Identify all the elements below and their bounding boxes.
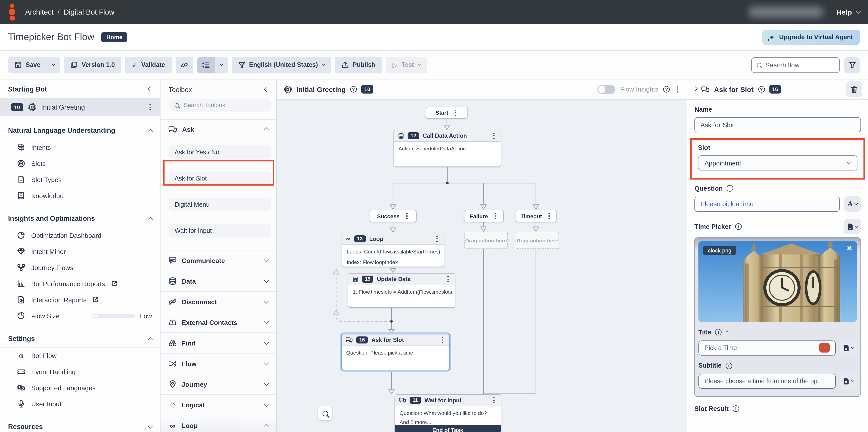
collapse-inspector-icon[interactable] — [693, 86, 698, 91]
communicate-icon — [168, 257, 177, 264]
save-button[interactable]: Save — [8, 57, 47, 73]
toolbox-category-flow[interactable]: Flow — [160, 353, 276, 374]
question-icon[interactable]: ? — [350, 86, 357, 93]
copy-link-button[interactable] — [176, 57, 193, 73]
sidebar-item-initial-greeting[interactable]: 10 Initial Greeting — [0, 98, 160, 116]
sidebar-item-supported-languages[interactable]: Supported Languages — [0, 380, 160, 396]
collapse-sidebar-icon[interactable] — [148, 86, 153, 91]
collapse-toolbox-icon[interactable] — [264, 87, 269, 92]
sidebar-item-bot-performance-reports[interactable]: Bot Performance Reports — [0, 275, 160, 292]
expression-mode-button[interactable] — [840, 340, 857, 356]
section-insights[interactable]: Insights and Optimizations — [0, 209, 160, 227]
sidebar-item-user-input[interactable]: User Input — [0, 396, 160, 412]
toolbox-category-journey[interactable]: Journey — [160, 374, 276, 394]
info-icon[interactable]: i — [733, 405, 739, 412]
help-menu[interactable]: Help — [837, 8, 860, 16]
node-menu-icon[interactable] — [453, 108, 458, 117]
flow-insights-toggle[interactable] — [597, 85, 615, 94]
node-menu-icon[interactable] — [434, 235, 440, 243]
section-resources[interactable]: Resources — [0, 417, 160, 432]
flow-canvas[interactable]: Start 12 Call Data Action Action: Schedu… — [277, 100, 687, 432]
sidebar-item-slots[interactable]: Slots — [0, 156, 160, 171]
version-button[interactable]: Version 1.0 — [64, 57, 121, 73]
close-icon[interactable]: × — [847, 243, 852, 254]
canvas-zoom-button[interactable] — [318, 406, 332, 421]
node-menu-icon[interactable] — [491, 396, 497, 405]
rich-text-indicator-icon[interactable]: ··· — [819, 343, 830, 353]
drop-target-timeout[interactable]: Drag action here — [516, 232, 559, 249]
toolbox-action-ask-for-yes-no[interactable]: Ask for Yes / No — [168, 145, 271, 159]
upgrade-to-virtual-agent-button[interactable]: ✦✦ Upgrade to Virtual Agent — [762, 30, 860, 45]
node-wait-for-input[interactable]: 11 Wait for Input Question: What would y… — [395, 394, 501, 432]
toolbox-action-ask-for-slot[interactable]: Ask for Slot — [168, 171, 271, 185]
section-nlu[interactable]: Natural Language Understanding — [0, 121, 160, 139]
title-input[interactable]: Pick a Time ··· — [699, 340, 836, 355]
toolbox-category-external-contacts[interactable]: External Contacts — [160, 312, 276, 332]
toolbox-category-find[interactable]: Find — [160, 332, 276, 353]
info-icon[interactable]: i — [715, 329, 722, 335]
toolbox-action-wait-for-input[interactable]: Wait for Input — [168, 224, 271, 237]
toolbox-category-loop[interactable]: ∞ Loop — [160, 415, 276, 432]
node-loop[interactable]: ∞ 13 Loop Loops: Count(Flow.availableSta… — [342, 233, 444, 267]
search-toolbox-input[interactable]: Search Toolbox — [168, 99, 271, 112]
item-menu-icon[interactable] — [148, 103, 153, 111]
sidebar-item-knowledge[interactable]: Knowledge — [0, 188, 160, 204]
sidebar-item-flow-size[interactable]: Flow Size Low — [0, 308, 160, 324]
toolbox-category-ask[interactable]: Ask — [160, 119, 276, 139]
sidebar-item-interaction-reports[interactable]: Interaction Reports — [0, 292, 160, 308]
test-button[interactable]: ▷ Test — [386, 57, 427, 73]
save-dropdown-button[interactable] — [47, 57, 60, 73]
expression-mode-button[interactable] — [840, 373, 857, 389]
info-icon[interactable]: i — [735, 223, 742, 230]
list-options-dropdown-button[interactable] — [215, 57, 228, 73]
node-body-text: Index: Flow.loopIndex — [347, 259, 439, 265]
branch-timeout[interactable]: Timeout — [516, 210, 557, 222]
canvas-menu-icon[interactable] — [675, 85, 680, 94]
sidebar-item-optimization-dashboard[interactable]: Optimization Dashboard — [0, 227, 160, 243]
validate-button[interactable]: ✓ Validate — [125, 57, 171, 73]
toolbox-action-digital-menu[interactable]: Digital Menu — [168, 198, 271, 211]
sidebar-item-journey-flows[interactable]: Journey Flows — [0, 260, 160, 275]
publish-button[interactable]: Publish — [335, 57, 382, 73]
toolbox-category-data[interactable]: Data — [160, 271, 276, 291]
toolbox-category-logical[interactable]: ◇ Logical — [160, 394, 276, 415]
info-icon[interactable]: i — [725, 362, 732, 369]
search-filter-button[interactable] — [844, 57, 860, 73]
node-menu-icon[interactable] — [547, 212, 552, 220]
branch-failure[interactable]: Failure — [464, 210, 504, 222]
question-icon[interactable]: ? — [663, 86, 670, 93]
text-format-button[interactable]: A — [844, 196, 861, 212]
node-menu-icon[interactable] — [445, 275, 451, 284]
node-menu-icon[interactable] — [440, 336, 445, 344]
sidebar-item-intent-miner[interactable]: Intent Miner — [0, 243, 160, 260]
sidebar-item-intents[interactable]: Intents — [0, 139, 160, 156]
node-update-data[interactable]: 15 Update Data 1: Flow.timeslots = AddIt… — [348, 273, 455, 308]
node-call-data-action[interactable]: 12 Call Data Action Action: SchedulerDat… — [394, 130, 501, 167]
info-icon[interactable]: i — [727, 185, 734, 192]
node-menu-icon[interactable] — [491, 132, 497, 140]
sidebar-item-event-handling[interactable]: Event Handling — [0, 364, 160, 380]
sidebar-item-bot-flow[interactable]: ⚙ Bot Flow — [0, 347, 160, 364]
language-selector[interactable]: English (United States) — [232, 57, 331, 73]
sidebar-item-slot-types[interactable]: Slot Types — [0, 171, 160, 188]
subtitle-input[interactable]: Please choose a time from one of the opt… — [699, 373, 836, 389]
expression-mode-button[interactable] — [844, 219, 861, 234]
delete-action-button[interactable] — [846, 81, 862, 97]
node-menu-icon[interactable] — [492, 212, 498, 220]
branch-success[interactable]: Success — [370, 210, 416, 222]
question-input[interactable]: Please pick a time — [694, 196, 840, 211]
name-input[interactable]: Ask for Slot — [694, 117, 861, 132]
breadcrumb-app[interactable]: Architect — [25, 8, 54, 16]
question-icon[interactable]: ? — [758, 86, 765, 93]
action-number-badge: 12 — [408, 132, 419, 139]
section-settings[interactable]: Settings — [0, 329, 160, 347]
toolbox-category-disconnect[interactable]: Disconnect — [160, 291, 276, 312]
node-ask-for-slot[interactable]: 16 Ask for Slot Question: Please pick a … — [341, 334, 450, 370]
drop-target-failure[interactable]: Drag action here — [464, 232, 508, 249]
start-node[interactable]: Start — [426, 107, 468, 119]
slot-select[interactable]: Appointment — [698, 156, 858, 170]
toggle-action-numbers-button[interactable] — [197, 57, 215, 73]
search-flow-input[interactable]: Search flow — [751, 57, 840, 73]
toolbox-category-communicate[interactable]: Communicate — [160, 250, 276, 271]
node-menu-icon[interactable] — [404, 212, 409, 220]
